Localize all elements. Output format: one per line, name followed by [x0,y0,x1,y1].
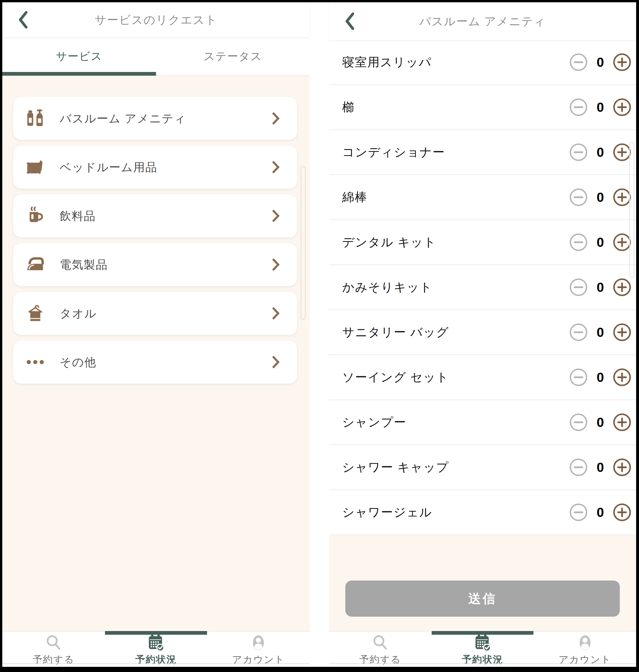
amenity-row: 綿棒 0 [329,175,636,220]
nav-item[interactable]: アカウント [207,631,310,667]
quantity-stepper: 0 [569,458,632,477]
chevron-left-icon [344,12,356,31]
amenity-label: サニタリー バッグ [342,324,449,340]
amenity-label: ソーイング セット [342,369,449,385]
increment-button[interactable] [613,233,632,252]
back-button[interactable] [344,12,356,31]
tab[interactable]: サービス [2,37,156,75]
active-tab-indicator [432,631,534,635]
decrement-button[interactable] [569,53,588,72]
increment-button[interactable] [613,458,632,477]
category-label: その他 [60,354,96,370]
chevron-right-icon [271,160,280,174]
increment-button[interactable] [613,368,632,387]
increment-button[interactable] [613,98,632,117]
increment-button[interactable] [613,503,632,522]
increment-button[interactable] [613,143,632,162]
quantity-value: 0 [588,190,613,205]
amenity-label: コンディショナー [342,144,445,160]
bottom-nav: 予約する 予約状況 アカウント [2,631,310,667]
nav-item[interactable]: 予約状況 [105,631,207,667]
category-card[interactable]: その他 [13,340,297,384]
account-icon [576,634,594,652]
minus-circle-icon [569,233,588,252]
decrement-button[interactable] [569,233,588,252]
minus-circle-icon [569,188,588,207]
nav-label: 予約状況 [135,653,177,666]
bottom-nav: 予約する 予約状況 アカウント [329,631,636,667]
amenity-row: シャンプー 0 [329,400,636,445]
increment-button[interactable] [613,323,632,342]
increment-button[interactable] [613,188,632,207]
chevron-right-icon [271,355,280,369]
quantity-value: 0 [588,460,613,475]
minus-circle-icon [569,278,588,297]
search-icon [371,634,389,652]
minus-circle-icon [569,53,588,72]
amenity-label: 綿棒 [342,189,368,205]
chevron-right-icon [271,112,280,125]
category-list-area: バスルーム アメニティ ベッドルーム用品 飲料品 [2,76,310,631]
quantity-value: 0 [588,279,613,295]
increment-button[interactable] [613,53,632,72]
bedding-icon [26,158,45,177]
quantity-stepper: 0 [569,143,632,162]
chevron-left-icon [17,10,29,29]
decrement-button[interactable] [569,503,588,522]
chevron-right-icon [271,306,280,320]
beverage-icon [26,206,45,225]
amenity-label: デンタル キット [342,234,437,250]
right-header: バスルーム アメニティ [329,2,636,40]
decrement-button[interactable] [569,413,588,432]
quantity-stepper: 0 [569,503,632,522]
nav-item[interactable]: 予約する [329,631,431,667]
category-card[interactable]: タオル [13,292,297,335]
category-card[interactable]: ベッドルーム用品 [13,146,297,189]
decrement-button[interactable] [569,143,588,162]
minus-circle-icon [569,98,588,117]
category-card[interactable]: 飲料品 [13,194,297,237]
left-header: サービスのリクエスト [2,2,310,37]
decrement-button[interactable] [569,188,588,207]
minus-circle-icon [569,368,588,387]
amenity-row: デンタル キット 0 [329,220,636,265]
nav-item[interactable]: 予約する [2,631,105,667]
calendar-check-icon [473,634,492,652]
category-card[interactable]: バスルーム アメニティ [13,97,297,140]
decrement-button[interactable] [569,323,588,342]
amenity-list: 寝室用スリッパ 0 櫛 [329,40,636,535]
nav-item[interactable]: アカウント [534,631,636,667]
category-card[interactable]: 電気製品 [13,243,297,286]
increment-button[interactable] [613,278,632,297]
submit-button[interactable]: 送信 [345,580,620,617]
category-label: バスルーム アメニティ [60,111,186,126]
plus-circle-icon [613,98,632,117]
plus-circle-icon [613,503,632,522]
back-button[interactable] [17,10,29,29]
nav-label: アカウント [232,653,285,666]
scrollbar[interactable] [300,166,306,320]
chevron-right-icon [271,209,280,223]
tab[interactable]: ステータス [156,37,310,75]
category-list: バスルーム アメニティ ベッドルーム用品 飲料品 [2,97,310,384]
nav-label: 予約する [33,653,75,666]
plus-circle-icon [613,368,632,387]
plus-circle-icon [613,278,632,297]
quantity-stepper: 0 [569,413,632,432]
tab-bar: サービス ステータス [2,37,310,76]
scrollbar[interactable] [629,142,635,278]
decrement-button[interactable] [569,278,588,297]
quantity-value: 0 [588,505,613,520]
amenity-row: シャワー キャップ 0 [329,445,636,490]
plus-circle-icon [613,413,632,432]
decrement-button[interactable] [569,98,588,117]
nav-item[interactable]: 予約状況 [431,631,534,667]
quantity-stepper: 0 [569,188,632,207]
quantity-value: 0 [588,144,613,160]
increment-button[interactable] [613,413,632,432]
quantity-value: 0 [588,99,613,115]
toiletries-icon [26,109,45,128]
decrement-button[interactable] [569,368,588,387]
minus-circle-icon [569,323,588,342]
decrement-button[interactable] [569,458,588,477]
